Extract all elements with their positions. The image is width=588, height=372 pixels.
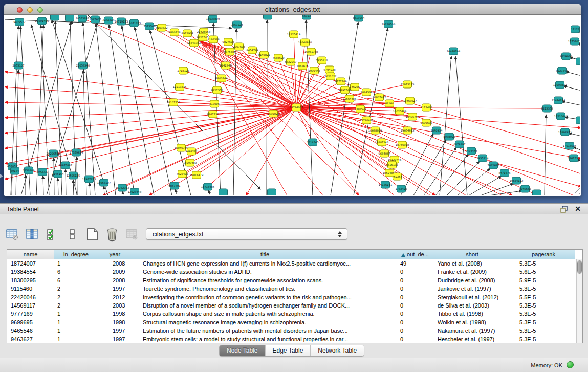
network-node[interactable]: 10654112 [510,177,523,184]
network-node[interactable]: 9827505 [197,34,208,41]
network-node[interactable]: 752254 [392,173,403,180]
table-row[interactable]: 977716911998Corpus callosum shape and si… [7,310,576,318]
network-node[interactable]: 9498222 [185,148,197,155]
network-node[interactable]: 19463627 [403,97,417,104]
network-node[interactable]: 18756928 [396,141,409,148]
network-node[interactable]: 1514545 [307,139,318,146]
network-node[interactable]: 9115460 [420,104,432,111]
network-node[interactable]: 16210643 [554,113,568,120]
network-node[interactable]: 1990443 [308,67,320,74]
network-node[interactable]: 6497568 [339,86,351,94]
network-node[interactable]: 2803144 [215,75,228,82]
network-node[interactable]: 16033809 [206,15,220,23]
network-node[interactable]: 15751074 [568,38,580,45]
network-node[interactable]: 18107552 [167,99,180,106]
network-node[interactable]: 7515546 [143,23,155,30]
network-node[interactable]: 16958107 [97,179,111,186]
network-node[interactable] [268,189,276,195]
network-node[interactable]: 1840934 [430,127,443,134]
network-node[interactable]: 1156809 [23,167,34,174]
network-node[interactable]: 9242848 [220,62,231,69]
network-node[interactable]: 8813054 [353,15,365,21]
network-node[interactable]: 7625402 [176,170,188,178]
panel-collapse-arrow-icon[interactable] [0,174,3,178]
network-node[interactable]: 2055107 [12,62,24,69]
network-node[interactable]: 1145154 [52,170,64,178]
network-node[interactable]: 6466160 [102,17,114,24]
network-node[interactable]: 8267130 [207,111,219,118]
network-node[interactable]: 10553287 [76,15,89,22]
network-node[interactable]: 17016504 [563,142,577,149]
table-row[interactable]: 911546021997Tourette syndrome. Phenomeno… [7,285,576,293]
network-node[interactable]: 16448794 [447,48,461,55]
network-node[interactable]: 16782753 [116,184,129,191]
memory-status-indicator-icon[interactable] [567,361,574,368]
network-node[interactable]: 9163822 [156,24,167,31]
network-node[interactable]: 55723 [302,15,311,19]
column-header-year[interactable]: year [98,250,132,259]
network-node[interactable]: 1621022 [324,73,336,80]
network-node[interactable]: 8215358 [541,105,553,112]
table-row[interactable]: 1938455462009Genome-wide association stu… [7,268,576,276]
network-node[interactable]: 15716485 [201,183,214,190]
network-node[interactable] [219,189,228,195]
network-node[interactable]: 9857791 [168,182,180,189]
network-node[interactable] [51,15,59,20]
network-node[interactable]: 19218506 [382,20,395,28]
network-node[interactable]: 7632621 [487,162,499,169]
network-node[interactable]: 7357224 [231,21,243,28]
column-header-title[interactable]: title [132,250,398,259]
network-node[interactable]: 6822057 [285,58,296,65]
close-panel-icon[interactable]: ✕ [575,205,581,213]
network-node[interactable]: 9684067 [378,150,390,157]
network-node[interactable]: 16961758 [304,48,318,55]
network-node[interactable]: 2967608 [233,43,245,50]
network-node[interactable]: 9245652 [519,185,531,192]
network-canvas[interactable]: 9163822886012889129342242605898275051654… [5,15,580,195]
select-columns-icon[interactable] [25,227,39,242]
network-node[interactable]: 6879197 [453,141,465,148]
network-node[interactable]: 12505125 [67,172,80,179]
network-node[interactable]: 18807243 [375,139,388,146]
network-node[interactable]: 9699695 [420,119,432,126]
table-row[interactable]: 946554611997Estimation of the future num… [7,326,576,335]
network-node[interactable]: 62160 [385,100,394,107]
network-node[interactable] [66,15,74,21]
table-settings-icon[interactable] [5,227,19,242]
network-node[interactable]: 12325419 [287,31,300,38]
network-node[interactable] [576,58,581,65]
network-node[interactable]: 1167533 [568,155,579,162]
network-node[interactable]: 1733426 [395,185,407,192]
network-node[interactable]: 9827508 [222,38,234,46]
network-node[interactable]: 746266 [350,83,360,91]
network-node[interactable]: 7386522 [354,105,366,113]
network-node[interactable] [264,15,272,19]
tab-network-table[interactable]: Network Table [311,345,364,356]
network-node[interactable]: 12093832 [553,81,567,89]
network-node[interactable]: 7588520 [272,54,284,61]
table-row[interactable]: 1830029562008Estimation of significance … [7,276,576,285]
network-node[interactable]: 18495754 [406,113,420,120]
network-node[interactable]: 19654923 [401,127,414,134]
vertical-scrollbar[interactable] [576,259,582,343]
cell-options-icon[interactable] [65,227,79,242]
network-node[interactable]: 2935114 [476,155,489,162]
table-row[interactable]: 1872400712008Changes of HCN gene express… [7,259,576,268]
network-node[interactable]: 2530021 [267,110,279,117]
table-row[interactable]: 946362711997Embryonic stem cells: a mode… [7,335,576,343]
table-selector-dropdown[interactable]: citations_edges.txt [146,228,347,240]
tab-edge-table[interactable]: Edge Table [266,345,311,356]
network-node[interactable]: 9129966 [560,53,572,60]
network-node[interactable]: 1527607 [89,16,101,23]
new-table-icon[interactable] [85,227,99,242]
network-node[interactable]: 9777169 [335,78,346,85]
network-node[interactable]: 9405572 [13,18,25,26]
select-rows-check-icon[interactable] [45,227,59,242]
network-node[interactable] [576,117,581,124]
network-node[interactable]: 6794028 [323,66,335,73]
network-node[interactable]: 7955812 [316,57,328,64]
network-node[interactable]: 39134 [11,167,19,174]
column-header-out_degree[interactable]: out_de... [398,250,432,259]
network-node[interactable]: 16914479 [190,171,203,179]
table-row[interactable]: 969969511998Structural magnetic resonanc… [7,318,576,326]
